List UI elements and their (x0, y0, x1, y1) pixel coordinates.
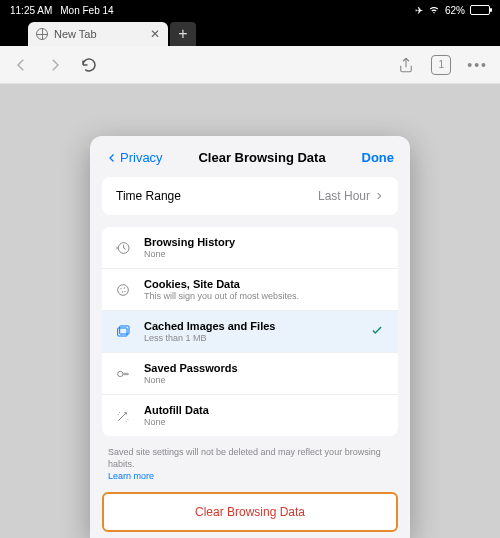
back-to-privacy-button[interactable]: Privacy (106, 150, 163, 165)
svg-point-8 (118, 371, 123, 376)
status-date: Mon Feb 14 (60, 5, 113, 16)
wand-icon (114, 408, 132, 424)
svg-rect-7 (120, 326, 129, 334)
footer-note: Saved site settings will not be deleted … (102, 436, 398, 486)
row-sub: Less than 1 MB (144, 333, 275, 343)
row-cookies[interactable]: Cookies, Site Data This will sign you ou… (102, 269, 398, 311)
svg-point-5 (124, 290, 125, 291)
row-autofill[interactable]: Autofill Data None (102, 395, 398, 436)
back-button[interactable] (12, 56, 30, 74)
browser-viewport: Brighton and Hove News » Scaffolder fine… (0, 84, 500, 538)
clear-browsing-data-modal: Privacy Clear Browsing Data Done Time Ra… (90, 136, 410, 538)
learn-more-link[interactable]: Learn more (108, 471, 154, 481)
row-title: Cached Images and Files (144, 320, 275, 332)
checkmark-icon (370, 323, 384, 341)
row-title: Autofill Data (144, 404, 209, 416)
modal-title: Clear Browsing Data (198, 150, 325, 165)
tab-title: New Tab (54, 28, 97, 40)
tab-count-label: 1 (439, 59, 445, 70)
row-title: Cookies, Site Data (144, 278, 299, 290)
globe-icon (36, 28, 48, 40)
airplane-mode-icon: ✈ (415, 5, 423, 16)
share-button[interactable] (397, 56, 415, 74)
row-browsing-history[interactable]: Browsing History None (102, 227, 398, 269)
status-time: 11:25 AM (10, 5, 52, 16)
history-icon (114, 240, 132, 256)
battery-percent: 62% (445, 5, 465, 16)
row-sub: None (144, 375, 238, 385)
key-icon (114, 366, 132, 382)
row-title: Saved Passwords (144, 362, 238, 374)
clear-browsing-data-button[interactable]: Clear Browsing Data (102, 492, 398, 532)
overflow-menu-button[interactable]: ••• (467, 57, 488, 73)
row-sub: None (144, 417, 209, 427)
svg-rect-6 (118, 328, 127, 336)
row-sub: None (144, 249, 235, 259)
reload-button[interactable] (80, 56, 98, 74)
ios-status-bar: 11:25 AM Mon Feb 14 ✈ 62% (0, 0, 500, 20)
svg-point-2 (120, 288, 121, 289)
svg-point-1 (118, 284, 129, 295)
row-saved-passwords[interactable]: Saved Passwords None (102, 353, 398, 395)
browser-toolbar: 1 ••• (0, 46, 500, 84)
time-range-label: Time Range (116, 189, 181, 203)
footer-text: Saved site settings will not be deleted … (108, 447, 381, 469)
svg-point-3 (124, 287, 125, 288)
tab-switcher-button[interactable]: 1 (431, 55, 451, 75)
image-stack-icon (114, 324, 132, 340)
row-title: Browsing History (144, 236, 235, 248)
chevron-left-icon (106, 152, 118, 164)
forward-button[interactable] (46, 56, 64, 74)
wifi-icon (428, 3, 440, 17)
close-tab-icon[interactable]: ✕ (150, 27, 160, 41)
chevron-right-icon (374, 191, 384, 201)
new-tab-button[interactable]: + (170, 22, 196, 46)
time-range-value: Last Hour (318, 189, 370, 203)
cookie-icon (114, 282, 132, 298)
battery-icon (470, 5, 490, 15)
done-button[interactable]: Done (362, 150, 395, 165)
browser-tab-strip: New Tab ✕ + (0, 20, 500, 46)
time-range-row[interactable]: Time Range Last Hour (102, 177, 398, 215)
row-sub: This will sign you out of most websites. (144, 291, 299, 301)
data-type-list: Browsing History None Cookies, Site Data… (102, 227, 398, 436)
browser-tab[interactable]: New Tab ✕ (28, 22, 168, 46)
svg-point-4 (122, 291, 123, 292)
back-label: Privacy (120, 150, 163, 165)
clear-button-label: Clear Browsing Data (195, 505, 305, 519)
row-cached-images[interactable]: Cached Images and Files Less than 1 MB (102, 311, 398, 353)
